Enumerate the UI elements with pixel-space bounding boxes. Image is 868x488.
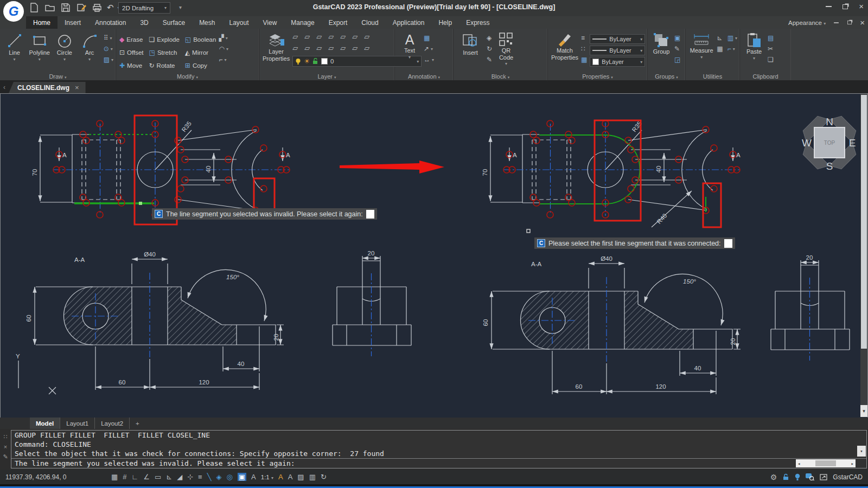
workspace-switch-icon[interactable]: ▨ <box>297 473 304 481</box>
attribute-icon[interactable]: ◈ <box>487 34 492 42</box>
hardware-acceleration-icon[interactable]: ▥ <box>309 473 316 481</box>
tab-manage[interactable]: Manage <box>284 16 321 29</box>
appearance-menu[interactable]: Appearance ▾ <box>788 20 826 26</box>
section-view-left[interactable] <box>25 251 284 390</box>
lineweight-list-icon[interactable]: ≡ <box>581 34 587 42</box>
insert-button[interactable]: Insert <box>457 31 484 71</box>
panel-label-utilities[interactable]: Utilities <box>686 73 739 80</box>
angle-measure-icon[interactable]: ⊾ <box>717 34 723 42</box>
annotation-scale[interactable]: 1:1 ▾ <box>261 474 273 480</box>
erase-button[interactable]: ◆Erase <box>119 36 144 43</box>
scroll-down-icon[interactable]: ▾ <box>860 405 867 417</box>
side-view-left[interactable] <box>333 250 411 356</box>
panel-label-groups[interactable]: Groups ▾ <box>648 73 685 80</box>
clean-screen-icon[interactable]: ↻ <box>321 473 327 481</box>
bulb-icon[interactable] <box>795 473 800 481</box>
tab-express[interactable]: Express <box>459 16 496 29</box>
trim-tools-icon[interactable]: ⌐▾ <box>219 56 228 63</box>
help-search-icon[interactable] <box>806 473 814 480</box>
dimension-icon[interactable]: ↔▾ <box>424 56 434 63</box>
quick-select-icon[interactable]: ▥▾ <box>727 34 737 42</box>
command-close-icon[interactable]: × <box>4 444 7 450</box>
block-write-icon[interactable]: ✎ <box>487 56 492 63</box>
copy-button[interactable]: ⊞Copy <box>185 62 216 69</box>
ortho-mode-icon[interactable]: ∟ <box>132 473 139 481</box>
stretch-button[interactable]: ◳Stretch <box>149 49 180 56</box>
linetype-select[interactable]: ByLayer▾ <box>590 46 645 55</box>
command-scroll-down-icon[interactable]: ▾ <box>857 446 866 457</box>
fullscreen-icon[interactable] <box>820 474 827 480</box>
snap-mode-icon[interactable]: ▦ <box>111 473 118 481</box>
rotate-button[interactable]: ↻Rotate <box>149 62 180 69</box>
color-select[interactable]: ByLayer▾ <box>590 57 645 67</box>
tab-surface[interactable]: Surface <box>156 16 192 29</box>
panel-label-layer[interactable]: Layer ▾ <box>259 73 394 80</box>
quick-zoom-icon[interactable]: ◎ <box>226 473 232 481</box>
section-view-right[interactable] <box>482 255 741 394</box>
canvas-vertical-scrollbar[interactable]: ▾ <box>860 94 867 417</box>
move-button[interactable]: ✚Move <box>119 62 144 69</box>
command-drag-handle-icon[interactable]: ∷ <box>4 433 8 440</box>
restore-button[interactable] <box>843 4 848 9</box>
layer-properties-button[interactable]: Layer Properties <box>263 31 290 71</box>
tab-mesh[interactable]: Mesh <box>192 16 222 29</box>
tab-insert[interactable]: Insert <box>58 16 88 29</box>
close-button[interactable]: × <box>859 4 864 9</box>
tab-layout2[interactable]: Layout2 <box>95 418 130 429</box>
command-history[interactable]: GROUP FILLET FILLET FILLET FILLET CLOSEL… <box>11 430 867 468</box>
polar-tracking-icon[interactable]: ∠ <box>143 473 150 481</box>
doc-tab-closeline[interactable]: CLOSELINE.dwg × <box>9 82 86 93</box>
command-input-line[interactable]: The line segment you selected was invali… <box>11 458 866 468</box>
tab-model[interactable]: Model <box>30 418 60 429</box>
hatch-icon[interactable]: ▨▾ <box>104 56 113 63</box>
drawing-area[interactable]: 70 40 R35 A A A-A Ø40 6 <box>0 93 868 418</box>
doc-tab-close-icon[interactable]: × <box>75 84 79 92</box>
scrollbar-thumb[interactable] <box>815 460 836 466</box>
revision-cloud-icon[interactable]: ⊙▾ <box>104 45 113 53</box>
plan-view-after[interactable]: R40 <box>482 120 741 227</box>
block-edit-icon[interactable]: ↻ <box>487 45 492 53</box>
object-snap-icon[interactable]: ◢ <box>177 473 182 481</box>
circle-button[interactable]: Circle▾ <box>53 31 75 71</box>
point-id-icon[interactable]: ⌐▾ <box>727 45 737 53</box>
panel-label-properties[interactable]: Properties ▾ <box>548 73 647 80</box>
text-button[interactable]: A Text▾ <box>398 31 421 71</box>
color-list-icon[interactable]: ▦ <box>581 56 587 63</box>
command-edit-icon[interactable]: ✎ <box>3 453 8 460</box>
doc-minimize-button[interactable] <box>834 22 839 23</box>
panel-label-annotation[interactable]: Annotation ▾ <box>395 73 453 80</box>
grid-display-icon[interactable]: # <box>123 473 126 481</box>
explode-button[interactable]: ❏Explode <box>149 36 180 43</box>
lineweight-select[interactable]: ByLayer▾ <box>590 34 645 44</box>
tab-export[interactable]: Export <box>322 16 355 29</box>
object-snap-tracking-icon[interactable]: ⊾ <box>166 473 172 481</box>
point-tools-icon[interactable]: ⠿▾ <box>104 34 113 42</box>
tab-layout1[interactable]: Layout1 <box>60 418 95 429</box>
tooltip-input-box[interactable] <box>366 210 374 219</box>
minimize-button[interactable] <box>826 6 832 7</box>
scrollbar-thumb[interactable] <box>861 95 867 349</box>
arc-button[interactable]: Arc▾ <box>78 31 100 71</box>
fillet-tools-icon[interactable]: ◠▾ <box>219 45 228 53</box>
qr-code-button[interactable]: QR Code▾ <box>495 31 518 71</box>
view-compass[interactable]: N E S W TOP <box>799 112 860 173</box>
isometric-drafting-icon[interactable]: ▭ <box>155 473 161 481</box>
autoscale-icon[interactable]: A <box>278 473 283 481</box>
panel-label-modify[interactable]: Modify ▾ <box>116 73 259 80</box>
dynamic-input-icon[interactable]: ╲ <box>207 473 212 481</box>
snap-settings-icon[interactable]: ⊹ <box>187 473 193 481</box>
unlock-icon[interactable] <box>782 473 789 480</box>
selection-cycling-icon[interactable]: ▣ <box>238 473 246 481</box>
settings-gear-icon[interactable]: ⚙ <box>770 473 777 481</box>
leader-icon[interactable]: ↗▾ <box>424 45 434 53</box>
offset-button[interactable]: ⊡Offset <box>119 49 144 56</box>
panel-label-block[interactable]: Block ▾ <box>454 73 547 80</box>
isolate-objects-icon[interactable]: ◈ <box>216 473 221 481</box>
doc-restore-button[interactable] <box>847 21 852 24</box>
polyline-button[interactable]: Polyline▾ <box>28 31 50 71</box>
annotation-visibility-icon[interactable]: A <box>251 473 256 481</box>
tab-view[interactable]: View <box>256 16 284 29</box>
table-icon[interactable]: ▦ <box>424 34 434 42</box>
tab-cloud[interactable]: Cloud <box>354 16 385 29</box>
mirror-button[interactable]: ◭Mirror <box>185 49 216 56</box>
